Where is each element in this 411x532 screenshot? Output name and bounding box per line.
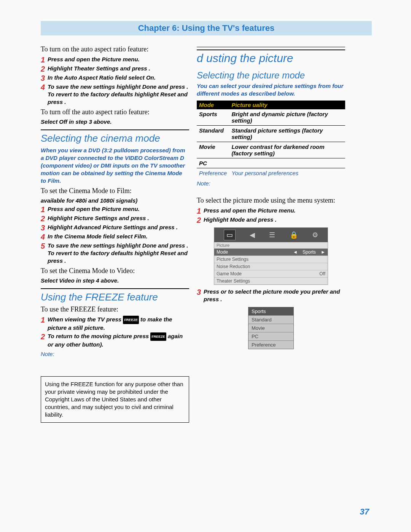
step-text: Press and open the Picture menu. [204, 207, 296, 214]
osd-row: Game ModeOff [214, 270, 328, 277]
select-body: To select the picture mode using the men… [197, 197, 345, 204]
table-header-mode: Mode [197, 101, 229, 109]
select-intro: You can select your desired picture sett… [197, 82, 345, 97]
osd-row: Picture Settings [214, 256, 328, 263]
step-text: Highlight Theater Settings and press . [48, 65, 150, 72]
step-text: Highlight Picture Settings and press . [48, 214, 149, 222]
picture-tab-icon: ▭ [224, 230, 236, 240]
lock-tab-icon: 🔒 [290, 231, 298, 239]
osd-row: Theater Settings [214, 277, 328, 284]
cinema-avail: available for 480i and 1080i signals) [41, 197, 189, 204]
cinema-intro: When you view a DVD (3:2 pulldown proces… [41, 147, 189, 185]
page-number: 37 [360, 507, 369, 517]
mode-popup-list: Sports Standard Movie PC Preference [248, 307, 294, 349]
disclaimer-box: Using the FREEZE function for any purpos… [41, 376, 189, 423]
table-row: StandardStandard picture settings (facto… [197, 126, 345, 142]
table-row-preference: PreferenceYour personal preferences [197, 168, 345, 178]
step-text: Press and open the Picture menu. [48, 205, 140, 213]
auto-on-steps: 1Press and open the Picture menu. 2Highl… [41, 56, 189, 106]
step-text: To save the new settings highlight Done … [48, 83, 189, 106]
step-text: In the Cinema Mode field select Film. [48, 233, 148, 240]
table-row: MovieLower contrast for darkened room (f… [197, 142, 345, 158]
right-column: d usting the picture Selecting the pictu… [197, 43, 345, 423]
cinema-steps: 1Press and open the Picture menu. 2Highl… [41, 205, 189, 265]
step-text: Highlight Advanced Picture Settings and … [48, 224, 178, 231]
freeze-intro: To use the FREEZE feature: [41, 305, 189, 313]
osd-title: Picture [214, 242, 328, 248]
setup-tab-icon: ⚙ [312, 231, 318, 239]
osd-row-mode: Mode ◄ Sports ► [214, 248, 328, 256]
freeze-icon: FREEZE [123, 316, 139, 324]
audio-tab-icon: ◀ [250, 231, 255, 239]
popup-item: Sports [249, 307, 293, 316]
osd-menu: ▭ ◀ ☰ 🔒 ⚙ Picture Mode ◄ Sports ► Pictur… [214, 227, 328, 285]
table-row: PC [197, 158, 345, 168]
step-text: To save the new settings highlight Done … [48, 242, 189, 265]
freeze-steps: 1When viewing the TV press FREEZE to mak… [41, 316, 189, 348]
cinema-video-instr: Select Video in step 4 above. [41, 277, 189, 284]
step-text: Press or to select the picture mode you … [204, 288, 345, 303]
picture-mode-table: Mode Picture uality SportsBright and dyn… [197, 101, 345, 178]
auto-on-intro: To turn on the auto aspect ratio feature… [41, 45, 189, 53]
select-steps: 1Press and open the Picture menu. 2Highl… [197, 207, 345, 224]
step-text: In the Auto Aspect Ratio field select On… [48, 74, 156, 81]
popup-item: Preference [249, 341, 293, 349]
freeze-note: Note: [41, 351, 189, 357]
popup-item: Movie [249, 324, 293, 332]
table-row: SportsBright and dynamic picture (factor… [197, 109, 345, 126]
step-text: Highlight Mode and press . [204, 216, 277, 224]
table-header-quality: Picture uality [229, 101, 345, 109]
chapter-title: Chapter 6: Using the TV's features [41, 21, 372, 35]
left-column: To turn on the auto aspect ratio feature… [41, 43, 189, 423]
cinema-video-intro: To set the Cinema Mode to Video: [41, 267, 189, 275]
popup-item: PC [249, 332, 293, 341]
auto-off-intro: To turn off the auto aspect ratio featur… [41, 108, 189, 116]
auto-off-instr: Select Off in step 3 above. [41, 118, 189, 125]
step-text: When viewing the TV press FREEZE to make… [48, 316, 189, 332]
settings-tab-icon: ☰ [269, 231, 275, 239]
select-picture-heading: Selecting the picture mode [197, 70, 345, 81]
osd-row: Noise Reduction [214, 263, 328, 270]
right-note: Note: [197, 180, 345, 187]
step-text: To return to the moving picture press FR… [48, 332, 189, 348]
page: Chapter 6: Using the TV's features To tu… [41, 21, 372, 508]
freeze-icon: FREEZE [150, 332, 166, 341]
popup-item: Standard [249, 316, 293, 324]
cinema-set-film: To set the Cinema Mode to Film: [41, 187, 189, 195]
step-text: Press and open the Picture menu. [48, 56, 140, 63]
cinema-heading: Selecting the cinema mode [41, 129, 189, 144]
select-step3: 3Press or to select the picture mode you… [197, 288, 345, 303]
adjust-heading: d usting the picture [197, 50, 345, 65]
freeze-heading: Using the FREEZE feature [41, 288, 189, 303]
